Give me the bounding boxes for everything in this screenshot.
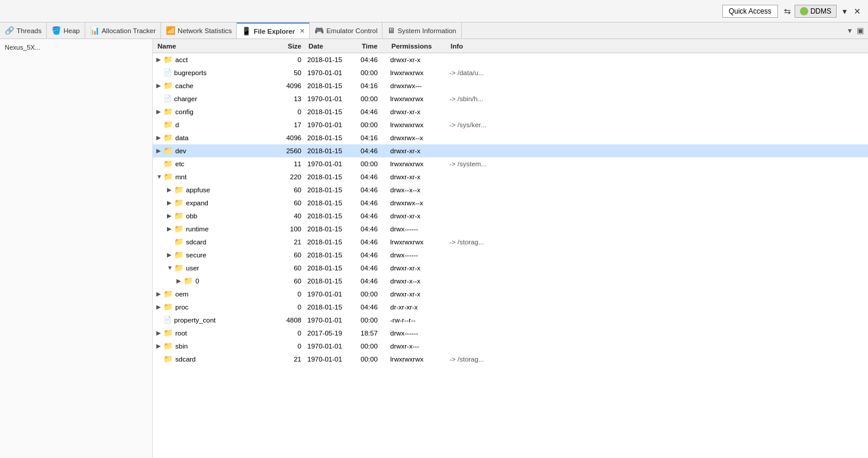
col-header-name: Name	[155, 43, 274, 50]
file-size-cell: 100	[274, 225, 306, 233]
table-row[interactable]: 📁config02018-01-1504:46drwxr-xr-x	[153, 105, 868, 118]
file-name-cell: 📁d	[155, 120, 274, 129]
table-row[interactable]: 📁d171970-01-0100:00lrwxrwxrwx-> /sys/ker…	[153, 118, 868, 131]
table-row[interactable]: 📁sdcard212018-01-1504:46lrwxrwxrwx-> /st…	[153, 236, 868, 249]
file-size-cell: 60	[274, 278, 306, 285]
expander-icon[interactable]	[167, 212, 173, 219]
expander-icon[interactable]	[176, 278, 182, 284]
tab-heap[interactable]: 🪣Heap	[47, 22, 85, 38]
tab-label-netstat: Network Statistics	[178, 27, 232, 34]
file-name-cell: 📁proc	[155, 302, 274, 311]
table-row[interactable]: 📁sbin01970-01-0100:00drwxr-x---	[153, 340, 868, 353]
file-size-cell: 60	[274, 265, 306, 272]
file-perms-cell: drwxr-xr-x	[389, 173, 448, 180]
table-row[interactable]: 📁0602018-01-1504:46drwxr-x--x	[153, 275, 868, 288]
file-name-cell: 📁cache	[155, 81, 274, 90]
file-name-text: sdcard	[175, 356, 196, 363]
tab-emuctl[interactable]: 🎮Emulator Control	[310, 22, 382, 38]
toolbar-more-button[interactable]: ▾	[839, 5, 850, 18]
file-perms-cell: lrwxrwxrwx	[389, 238, 448, 246]
expander-icon[interactable]	[156, 291, 162, 297]
table-row[interactable]: 📄bugreports501970-01-0100:00lrwxrwxrwx->…	[153, 66, 868, 79]
file-perms-cell: drwxr-xr-x	[389, 108, 448, 115]
sidebar: Nexus_5X...	[0, 39, 153, 458]
file-name-text: d	[175, 121, 179, 128]
expander-icon[interactable]	[167, 186, 173, 193]
file-date-cell: 2018-01-15	[306, 212, 359, 220]
tab-fileexp[interactable]: 📱File Explorer✕	[237, 22, 310, 38]
tab-sysinfo[interactable]: 🖥System Information	[382, 22, 461, 38]
expander-icon[interactable]	[156, 82, 162, 89]
table-row[interactable]: 📁root02017-05-1918:57drwx------	[153, 327, 868, 340]
file-perms-cell: drwxr-xr-x	[389, 265, 448, 272]
table-row[interactable]: 📁secure602018-01-1504:46drwx------	[153, 249, 868, 262]
table-row[interactable]: 📁mnt2202018-01-1504:46drwxr-xr-x	[153, 170, 868, 183]
table-row[interactable]: 📁oem01970-01-0100:00drwxr-xr-x	[153, 288, 868, 301]
file-perms-cell: drwx------	[389, 330, 448, 337]
folder-icon: 📁	[163, 172, 173, 181]
android-icon	[800, 7, 808, 15]
file-time-cell: 04:46	[359, 147, 389, 154]
file-name-cell: 📁etc	[155, 159, 274, 168]
toolbar-close-button[interactable]: ✕	[850, 5, 864, 18]
file-name-cell: 📁root	[155, 328, 274, 337]
table-row[interactable]: 📄charger131970-01-0100:00lrwxrwxrwx-> /s…	[153, 92, 868, 105]
expander-icon[interactable]	[156, 330, 162, 336]
ddms-button[interactable]: DDMS	[795, 5, 837, 18]
expander-icon[interactable]	[167, 265, 173, 271]
tab-icon-2[interactable]: ▣	[855, 25, 866, 36]
file-name-cell: 📁expand	[155, 198, 274, 207]
folder-icon: 📁	[163, 289, 173, 298]
file-icon: 📄	[163, 316, 172, 324]
table-row[interactable]: 📁appfuse602018-01-1504:46drwx--x--x	[153, 183, 868, 196]
expander-icon[interactable]	[167, 225, 173, 232]
file-name-text: obb	[186, 212, 197, 220]
tab-menu-button[interactable]: ▾	[846, 25, 854, 36]
tab-label-threads: Threads	[17, 27, 41, 34]
file-perms-cell: -rw-r--r--	[389, 317, 448, 324]
tab-threads[interactable]: 🔗Threads	[0, 22, 47, 38]
restore-button[interactable]: ⇆	[780, 5, 795, 18]
quick-access-button[interactable]: Quick Access	[722, 5, 778, 18]
file-size-cell: 4808	[274, 317, 306, 324]
file-icon: 📄	[163, 95, 172, 102]
table-row[interactable]: 📁runtime1002018-01-1504:46drwx------	[153, 222, 868, 236]
tab-close-fileexp[interactable]: ✕	[300, 28, 304, 34]
table-row[interactable]: 📁dev25602018-01-1504:46drwxr-xr-x	[153, 144, 868, 157]
tab-alloc[interactable]: 📊Allocation Tracker	[85, 22, 161, 38]
expander-icon[interactable]	[156, 134, 162, 141]
file-date-cell: 1970-01-01	[306, 69, 359, 76]
expander-icon[interactable]	[156, 173, 162, 180]
tab-bar: 🔗Threads🪣Heap📊Allocation Tracker📶Network…	[0, 22, 868, 39]
file-size-cell: 4096	[274, 82, 306, 89]
table-row[interactable]: 📄property_cont48081970-01-0100:00-rw-r--…	[153, 314, 868, 327]
table-row[interactable]: 📁proc02018-01-1504:46dr-xr-xr-x	[153, 301, 868, 314]
tab-netstat[interactable]: 📶Network Statistics	[161, 22, 237, 38]
table-row[interactable]: 📁cache40962018-01-1504:16drwxrwx---	[153, 79, 868, 92]
table-row[interactable]: 📁sdcard211970-01-0100:00lrwxrwxrwx-> /st…	[153, 353, 868, 366]
table-row[interactable]: 📁acct02018-01-1504:46drwxr-xr-x	[153, 53, 868, 66]
folder-icon: 📁	[174, 211, 184, 220]
file-explorer[interactable]: Name Size Date Time Permissions Info 📁ac…	[153, 39, 868, 458]
table-row[interactable]: 📁user602018-01-1504:46drwxr-xr-x	[153, 262, 868, 275]
file-date-cell: 2018-01-15	[306, 238, 359, 246]
col-header-date: Date	[306, 43, 359, 50]
file-size-cell: 0	[274, 56, 306, 63]
expander-icon[interactable]	[167, 251, 173, 258]
expander-icon[interactable]	[156, 304, 162, 310]
expander-icon[interactable]	[156, 343, 162, 349]
file-rows-container: 📁acct02018-01-1504:46drwxr-xr-x📄bugrepor…	[153, 53, 868, 366]
table-row[interactable]: 📁expand602018-01-1504:46drwxrwx--x	[153, 196, 868, 209]
file-name-cell: 📁mnt	[155, 172, 274, 181]
file-name-text: sdcard	[186, 238, 207, 246]
expander-icon[interactable]	[156, 108, 162, 115]
sidebar-device-item[interactable]: Nexus_5X...	[0, 41, 152, 53]
file-info-cell: -> /storag...	[448, 238, 866, 246]
table-row[interactable]: 📁etc111970-01-0100:00lrwxrwxrwx-> /syste…	[153, 157, 868, 170]
expander-icon[interactable]	[156, 56, 162, 63]
folder-icon: 📁	[163, 55, 173, 64]
expander-icon[interactable]	[156, 147, 162, 154]
table-row[interactable]: 📁obb402018-01-1504:46drwxr-xr-x	[153, 209, 868, 222]
table-row[interactable]: 📁data40962018-01-1504:16drwxrwx--x	[153, 131, 868, 144]
expander-icon[interactable]	[167, 199, 173, 206]
